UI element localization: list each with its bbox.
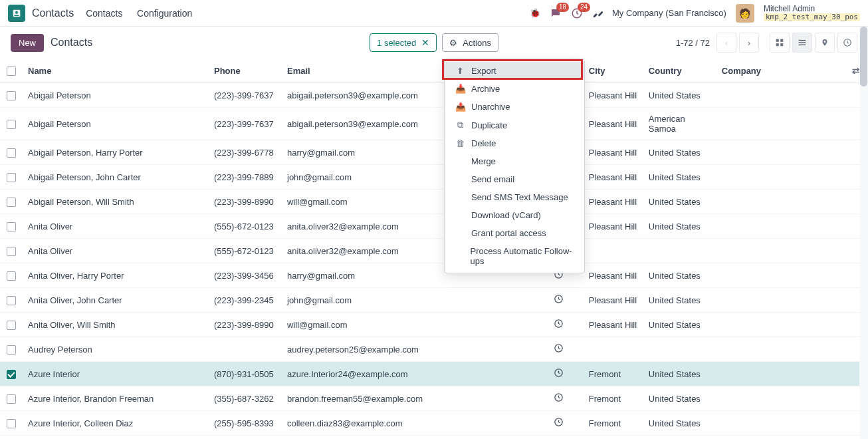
cell-phone[interactable]: (223)-399-7637 [209, 83, 282, 108]
cell-country[interactable] [643, 239, 716, 263]
cell-country[interactable]: United States [643, 140, 716, 165]
row-checkbox[interactable] [7, 419, 16, 428]
cell-city[interactable] [584, 239, 643, 263]
table-row[interactable]: Anita Oliver, Will Smith(223)-399-8990wi… [0, 313, 868, 337]
cell-name[interactable]: Azure Interior, Colleen Diaz [23, 411, 209, 436]
row-checkbox[interactable] [7, 120, 16, 129]
cell-city[interactable]: Pleasant Hill [584, 108, 643, 140]
cell-email[interactable]: audrey.peterson25@example.com [282, 337, 534, 362]
scrollbar-thumb[interactable] [860, 27, 867, 86]
cell-phone[interactable]: (223)-399-8990 [209, 313, 282, 337]
cell-city[interactable]: Pleasant Hill [584, 263, 643, 288]
row-checkbox[interactable] [7, 394, 16, 404]
row-checkbox[interactable] [7, 296, 16, 305]
table-row[interactable]: Anita Oliver(555)-672-0123anita.oliver32… [0, 214, 868, 239]
cell-name[interactable]: Abigail Peterson, John Carter [23, 165, 209, 190]
table-row[interactable]: Azure Interior, Nicole Ford(946)-638-603… [0, 436, 868, 440]
cell-name[interactable]: Abigail Peterson [23, 108, 209, 140]
row-checkbox[interactable] [7, 91, 16, 100]
action-unarchive[interactable]: 📤Unarchive [445, 98, 584, 116]
select-all-checkbox[interactable] [7, 67, 16, 76]
conversations-icon[interactable]: 18 [550, 7, 562, 19]
nav-contacts[interactable]: Contacts [86, 8, 122, 19]
view-kanban[interactable] [770, 33, 790, 53]
cell-name[interactable]: Anita Oliver, Will Smith [23, 313, 209, 337]
cell-country[interactable]: United States [643, 165, 716, 190]
table-row[interactable]: Abigail Peterson(223)-399-7637abigail.pe… [0, 83, 868, 108]
cell-name[interactable]: Azure Interior, Nicole Ford [23, 436, 209, 440]
breadcrumb[interactable]: Contacts [51, 37, 92, 49]
scrollbar-track[interactable] [859, 27, 868, 439]
cell-phone[interactable] [209, 337, 282, 362]
actions-button[interactable]: ⚙ Actions [442, 33, 498, 52]
cell-phone[interactable]: (223)-399-3456 [209, 263, 282, 288]
table-row[interactable]: Azure Interior(870)-931-0505azure.Interi… [0, 362, 868, 386]
cell-country[interactable]: United States [643, 263, 716, 288]
cell-company[interactable] [716, 362, 844, 386]
cell-country[interactable]: United States [643, 313, 716, 337]
cell-company[interactable] [716, 239, 844, 263]
bug-icon[interactable]: 🐞 [530, 8, 540, 18]
cell-name[interactable]: Azure Interior [23, 362, 209, 386]
clock-icon[interactable] [554, 344, 564, 355]
action-process-automatic-follow-ups[interactable]: Process Automatic Follow-ups [445, 242, 584, 270]
table-row[interactable]: Anita Oliver(555)-672-0123anita.oliver32… [0, 239, 868, 263]
action-merge[interactable]: Merge [445, 152, 584, 170]
col-company[interactable]: Company [716, 59, 844, 83]
cell-city[interactable]: Pleasant Hill [584, 165, 643, 190]
cell-country[interactable]: United States [643, 362, 716, 386]
new-button[interactable]: New [11, 34, 44, 52]
nav-configuration[interactable]: Configuration [137, 8, 192, 19]
cell-city[interactable]: Pleasant Hill [584, 288, 643, 313]
cell-company[interactable] [716, 288, 844, 313]
cell-company[interactable] [716, 313, 844, 337]
action-send-email[interactable]: Send email [445, 170, 584, 188]
user-avatar[interactable]: 🧑 [736, 4, 754, 23]
row-checkbox[interactable] [7, 198, 16, 207]
cell-city[interactable]: Pleasant Hill [584, 83, 643, 108]
company-selector[interactable]: My Company (San Francisco) [612, 8, 726, 18]
cell-phone[interactable]: (355)-687-3262 [209, 386, 282, 411]
table-row[interactable]: Abigail Peterson(223)-399-7637abigail.pe… [0, 108, 868, 140]
cell-country[interactable]: United States [643, 288, 716, 313]
cell-name[interactable]: Anita Oliver [23, 239, 209, 263]
app-icon[interactable] [8, 5, 25, 22]
cell-company[interactable] [716, 214, 844, 239]
cell-email[interactable]: brandon.freeman55@example.com [282, 386, 534, 411]
cell-city[interactable]: Fremont [584, 386, 643, 411]
action-duplicate[interactable]: ⧉Duplicate [445, 116, 584, 134]
cell-city[interactable]: Fremont [584, 436, 643, 440]
row-checkbox[interactable] [7, 148, 16, 158]
cell-company[interactable] [716, 337, 844, 362]
action-archive[interactable]: 📥Archive [445, 80, 584, 98]
col-name[interactable]: Name [23, 59, 209, 83]
cell-country[interactable]: United States [643, 214, 716, 239]
cell-country[interactable]: United States [643, 190, 716, 214]
cell-company[interactable] [716, 386, 844, 411]
cell-phone[interactable]: (223)-399-8990 [209, 190, 282, 214]
table-row[interactable]: Anita Oliver, Harry Porter(223)-399-3456… [0, 263, 868, 288]
cell-company[interactable] [716, 436, 844, 440]
pager-text[interactable]: 1-72 / 72 [676, 38, 710, 48]
cell-company[interactable] [716, 140, 844, 165]
cell-country[interactable] [643, 337, 716, 362]
cell-phone[interactable]: (255)-595-8393 [209, 411, 282, 436]
cell-phone[interactable]: (555)-672-0123 [209, 239, 282, 263]
user-menu[interactable]: Mitchell Admin kmp_2_test_may_30_pos [764, 5, 860, 21]
clear-selection-icon[interactable]: ✕ [421, 37, 429, 48]
cell-company[interactable] [716, 83, 844, 108]
cell-country[interactable]: United States [643, 386, 716, 411]
cell-name[interactable]: Azure Interior, Brandon Freeman [23, 386, 209, 411]
clock-icon[interactable] [554, 393, 564, 404]
cell-city[interactable]: Pleasant Hill [584, 190, 643, 214]
cell-phone[interactable]: (223)-399-2345 [209, 288, 282, 313]
cell-email[interactable]: will@gmail.com [282, 313, 534, 337]
cell-phone[interactable]: (223)-399-7637 [209, 108, 282, 140]
view-list[interactable] [792, 33, 812, 53]
action-delete[interactable]: 🗑Delete [445, 134, 584, 152]
cell-name[interactable]: Anita Oliver [23, 214, 209, 239]
table-row[interactable]: Audrey Petersonaudrey.peterson25@example… [0, 337, 868, 362]
cell-email[interactable]: john@gmail.com [282, 288, 534, 313]
cell-email[interactable]: colleen.diaz83@example.com [282, 411, 534, 436]
cell-country[interactable]: United States [643, 411, 716, 436]
